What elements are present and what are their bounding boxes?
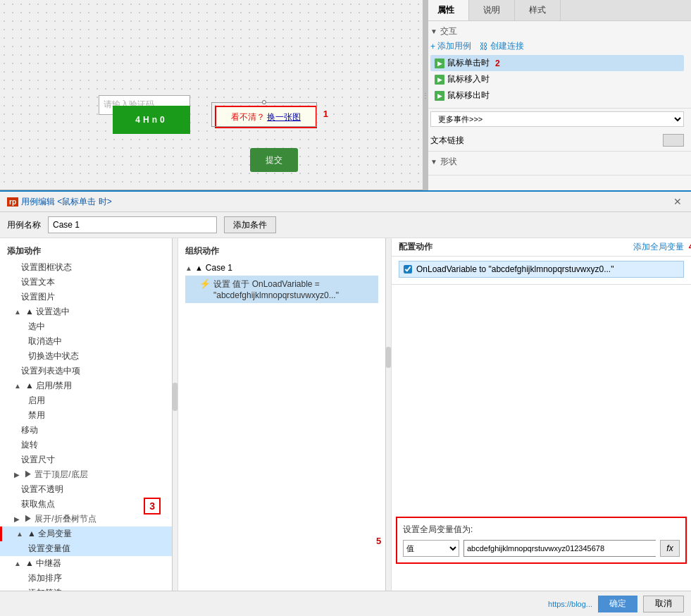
case-name-input[interactable] xyxy=(48,216,217,233)
case-label: ▲ xyxy=(195,264,203,272)
tree-arrow-icon: ▲ xyxy=(14,308,21,316)
event-mouse-click[interactable]: ▶ 鼠标单击时 2 xyxy=(430,55,684,71)
cancel-button[interactable]: 取消 xyxy=(643,596,684,612)
mid-panel-scrollbar[interactable] xyxy=(386,238,392,599)
var-item-0[interactable]: OnLoadVariable to "abcdefghijklmnopqrstu… xyxy=(399,261,684,278)
left-panel-title: 添加动作 xyxy=(0,242,172,260)
tab-description[interactable]: 说明 xyxy=(469,0,515,20)
left-panel: 添加动作 设置图框状态 设置文本 设置图片 ▲ ▲ 设置选中 选中 取消选中 切… xyxy=(0,238,173,599)
case-action-item[interactable]: ⚡ 设置 值于 OnLoadVariable = "abcdefghijklmn… xyxy=(185,276,378,303)
tree-item-disable[interactable]: 禁用 xyxy=(0,408,172,423)
tree-arrow-icon-3: ▶ xyxy=(14,471,20,479)
tree-item-move[interactable]: 移动 xyxy=(0,423,172,438)
add-use-case-link[interactable]: + 添加用例 xyxy=(430,40,471,52)
tree-item-toggle-select[interactable]: 切换选中状态 xyxy=(0,349,172,364)
event-mouse-leave[interactable]: ▶ 鼠标移出时 xyxy=(430,87,684,104)
tab-style[interactable]: 样式 xyxy=(515,0,561,20)
shape-section: ▼ 形状 xyxy=(423,152,691,175)
tree-group-set-selected[interactable]: ▲ ▲ 设置选中 xyxy=(0,304,172,319)
set-var-title: 设置全局变量值为: xyxy=(403,524,680,536)
text-link-input[interactable] xyxy=(663,134,684,147)
interaction-actions-row: + 添加用例 ⛓ 创建连接 xyxy=(430,40,684,52)
tab-properties[interactable]: 属性 xyxy=(423,0,469,20)
captcha-image: 4Hn0 xyxy=(113,106,190,134)
dialog-toolbar: 用例名称 添加条件 xyxy=(0,212,691,238)
number-label-3: 3 xyxy=(144,498,161,515)
dialog-titlebar: rp 用例编辑 <鼠标单击 时> ✕ xyxy=(0,192,691,212)
use-case-editor-dialog: rp 用例编辑 <鼠标单击 时> ✕ 用例名称 添加条件 添加动作 设置图框状态… xyxy=(0,190,691,616)
left-scrollbar-thumb[interactable] xyxy=(173,383,178,411)
set-var-section: 设置全局变量值为: 值 fx 5 xyxy=(396,517,687,564)
mid-scrollbar-thumb[interactable] xyxy=(386,347,391,368)
create-link-link[interactable]: ⛓ 创建连接 xyxy=(480,40,524,52)
tree-item-set-list-item[interactable]: 设置列表选中项 xyxy=(0,364,172,378)
dialog-title-text: 用例编辑 <鼠标单击 时> xyxy=(21,196,112,208)
tree-item-set-frame[interactable]: 设置图框状态 xyxy=(0,260,172,275)
mid-panel-title: 组织动作 xyxy=(178,242,385,260)
event-icon-click: ▶ xyxy=(435,58,444,68)
properties-panel: 属性 说明 样式 ▼ 交互 + 添加用例 ⛓ 创建连接 ▶ 鼠标单击时 2 ▶ … xyxy=(423,0,691,190)
case-tree-arrow: ▲ xyxy=(185,264,192,272)
event-icon-enter: ▶ xyxy=(435,75,444,85)
shape-arrow-icon: ▼ xyxy=(430,158,437,166)
dialog-body: 添加动作 设置图框状态 设置文本 设置图片 ▲ ▲ 设置选中 选中 取消选中 切… xyxy=(0,238,691,599)
tree-item-deselect[interactable]: 取消选中 xyxy=(0,334,172,349)
event-mouse-enter[interactable]: ▶ 鼠标移入时 xyxy=(430,71,684,87)
ok-button[interactable]: 确定 xyxy=(598,596,637,612)
vertical-divider[interactable]: ⋮ xyxy=(423,0,428,190)
add-global-var-link[interactable]: 添加全局变量 xyxy=(633,241,684,253)
lightning-icon: ⚡ xyxy=(199,278,211,289)
design-canvas: 请输入验证码 4Hn0 看不清？ 换一张图 1 提交 xyxy=(0,0,423,190)
text-link-row: 文本链接 xyxy=(423,130,691,152)
handle-dot[interactable] xyxy=(262,100,266,104)
submit-button[interactable]: 提交 xyxy=(250,148,298,172)
right-panel: 配置动作 添加全局变量 4 OnLoadVariable to "abcdefg… xyxy=(392,238,691,599)
footer-link[interactable]: https://blog... xyxy=(548,600,592,608)
tree-item-set-text[interactable]: 设置文本 xyxy=(0,275,172,290)
dialog-title: rp 用例编辑 <鼠标单击 时> xyxy=(7,196,112,208)
tree-group-layer[interactable]: ▶ ▶ 置于顶层/底层 xyxy=(0,467,172,482)
mid-panel: 组织动作 ▲ ▲ Case 1 ⚡ 设置 值于 OnLoadVariable =… xyxy=(178,238,386,599)
tree-item-rotate[interactable]: 旋转 xyxy=(0,438,172,452)
right-panel-title: 配置动作 xyxy=(399,241,432,253)
tree-item-set-var-value[interactable]: 设置变量值 xyxy=(0,541,172,556)
tree-item-set-image[interactable]: 设置图片 xyxy=(0,290,172,304)
tree-group-repeater[interactable]: ▲ ▲ 中继器 xyxy=(0,556,172,571)
tree-item-add-sort[interactable]: 添加排序 xyxy=(0,571,172,586)
close-button[interactable]: ✕ xyxy=(671,195,684,208)
tree-item-enable[interactable]: 启用 xyxy=(0,393,172,408)
unclear-text: 看不清？ xyxy=(231,112,265,122)
number-label-5: 5 xyxy=(376,535,381,546)
change-text: 换一张图 xyxy=(267,112,301,122)
tree-group-enable-disable[interactable]: ▲ ▲ 启用/禁用 xyxy=(0,378,172,393)
tree-group-global-var[interactable]: ▲ ▲ 全局变量 xyxy=(0,526,172,541)
tree-item-select[interactable]: 选中 xyxy=(0,319,172,334)
number-label-1: 1 xyxy=(323,109,328,119)
set-var-row: 值 fx xyxy=(403,540,680,557)
captcha-link-area[interactable]: 看不清？ 换一张图 1 xyxy=(215,106,317,128)
tree-arrow-icon-5: ▲ xyxy=(16,530,23,538)
tree-arrow-icon-2: ▲ xyxy=(14,382,21,390)
plus-icon: + xyxy=(430,42,435,51)
interaction-section: ▼ 交互 + 添加用例 ⛓ 创建连接 ▶ 鼠标单击时 2 ▶ 鼠标移入时 ▶ 鼠… xyxy=(423,21,691,109)
tree-item-set-size[interactable]: 设置尺寸 xyxy=(0,452,172,467)
var-list: OnLoadVariable to "abcdefghijklmnopqrstu… xyxy=(392,257,691,285)
props-tabs: 属性 说明 样式 xyxy=(423,0,691,21)
var-value-input[interactable] xyxy=(463,540,656,557)
tree-arrow-icon-6: ▲ xyxy=(14,560,21,567)
captcha-text: 4Hn0 xyxy=(135,115,167,125)
left-panel-scrollbar[interactable] xyxy=(173,238,178,599)
event-icon-leave: ▶ xyxy=(435,91,444,101)
var-checkbox-0[interactable] xyxy=(404,265,412,273)
link-icon: ⛓ xyxy=(480,42,488,51)
rp-logo: rp xyxy=(7,197,18,207)
interaction-title: ▼ 交互 xyxy=(430,25,684,37)
case-name-label: 用例名称 xyxy=(7,219,41,231)
more-events-select[interactable]: 更多事件>>> xyxy=(430,111,684,127)
shape-title: ▼ 形状 xyxy=(430,156,684,168)
fx-button[interactable]: fx xyxy=(660,540,680,557)
tree-item-set-opacity[interactable]: 设置不透明 xyxy=(0,482,172,497)
var-type-select[interactable]: 值 xyxy=(403,540,459,557)
add-condition-button[interactable]: 添加条件 xyxy=(224,216,276,233)
right-panel-title-bar: 配置动作 添加全局变量 4 xyxy=(392,238,691,257)
